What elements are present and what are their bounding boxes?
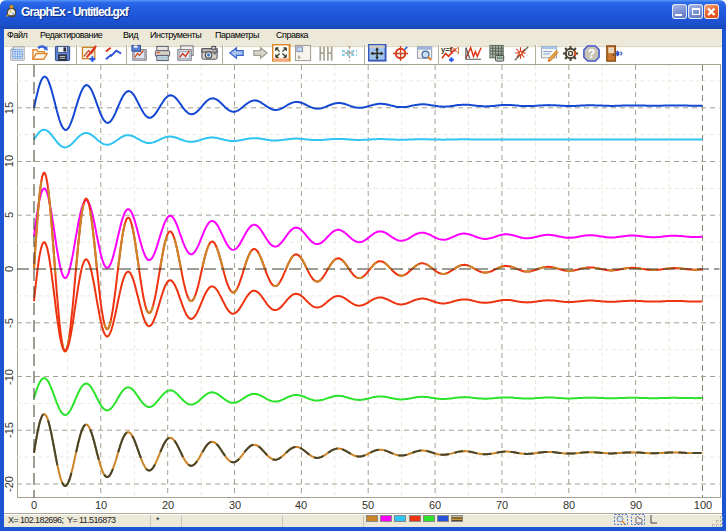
svg-text:?: ?	[588, 46, 596, 61]
